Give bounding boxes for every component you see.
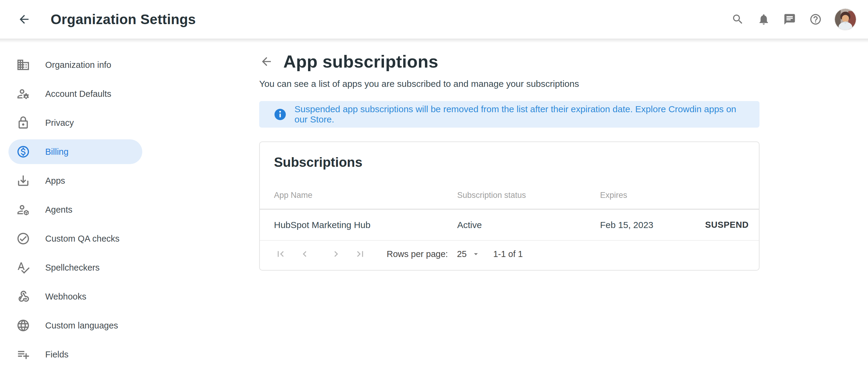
- chat-icon[interactable]: [782, 12, 797, 27]
- first-page-icon[interactable]: [274, 247, 287, 261]
- spellcheck-icon: [16, 261, 30, 275]
- app-bar: Organization Settings: [0, 0, 868, 38]
- settings-sidebar: Organization info Account Defaults Priva…: [0, 38, 148, 368]
- lock-icon: [16, 116, 30, 130]
- cell-expires: Feb 15, 2023: [600, 220, 653, 230]
- sidebar-item-organization-info[interactable]: Organization info: [8, 53, 142, 77]
- previous-page-icon[interactable]: [298, 247, 311, 261]
- person-cube-icon: [16, 203, 30, 217]
- dollar-circle-icon: [16, 145, 30, 159]
- sidebar-item-label: Agents: [45, 205, 72, 215]
- pagination: Rows per page: 25 1-1 of 1: [260, 241, 759, 267]
- card-title: Subscriptions: [274, 155, 759, 170]
- cell-app-name: HubSpot Marketing Hub: [274, 220, 457, 230]
- info-icon: [273, 108, 287, 121]
- sidebar-item-label: Spellcheckers: [45, 263, 100, 273]
- page-subtitle: You can see a list of apps you are subsc…: [259, 79, 760, 89]
- sidebar-item-label: Fields: [45, 349, 68, 360]
- download-icon: [16, 174, 30, 188]
- rows-per-page-select[interactable]: 25: [457, 249, 480, 259]
- sidebar-item-billing[interactable]: Billing: [8, 139, 142, 164]
- app-bar-title: Organization Settings: [51, 11, 196, 27]
- search-icon[interactable]: [731, 12, 745, 27]
- page-title: App subscriptions: [283, 51, 438, 72]
- list-add-icon: [16, 347, 30, 361]
- suspend-button[interactable]: SUSPEND: [705, 220, 749, 230]
- page-back-icon[interactable]: [259, 54, 274, 69]
- last-page-icon[interactable]: [353, 247, 367, 261]
- column-header-app-name: App Name: [274, 191, 457, 200]
- sidebar-item-label: Account Defaults: [45, 89, 111, 99]
- sidebar-item-account-defaults[interactable]: Account Defaults: [8, 81, 142, 106]
- sidebar-item-agents[interactable]: Agents: [8, 197, 142, 222]
- sidebar-item-label: Apps: [45, 176, 65, 186]
- sidebar-item-custom-languages[interactable]: Custom languages: [8, 313, 142, 338]
- main-content: App subscriptions You can see a list of …: [259, 38, 760, 271]
- check-circle-icon: [16, 232, 30, 246]
- sidebar-item-label: Billing: [45, 147, 68, 157]
- person-gear-icon: [16, 87, 30, 101]
- globe-icon: [16, 318, 30, 332]
- cell-subscription-status: Active: [457, 220, 600, 230]
- help-icon[interactable]: [808, 12, 823, 27]
- info-banner: Suspended app subscriptions will be remo…: [259, 101, 760, 128]
- sidebar-item-label: Custom QA checks: [45, 234, 120, 244]
- sidebar-item-fields[interactable]: Fields: [8, 342, 142, 367]
- sidebar-item-label: Privacy: [45, 118, 74, 128]
- notifications-icon[interactable]: [756, 12, 771, 27]
- column-header-subscription-status: Subscription status: [457, 191, 600, 200]
- table-header: App Name Subscription status Expires: [260, 182, 759, 210]
- sidebar-item-label: Custom languages: [45, 321, 118, 331]
- avatar[interactable]: [834, 8, 857, 30]
- webhook-icon: [16, 289, 30, 304]
- sidebar-item-webhooks[interactable]: Webhooks: [8, 284, 142, 309]
- subscriptions-card: Subscriptions App Name Subscription stat…: [259, 141, 760, 271]
- sidebar-item-label: Webhooks: [45, 292, 87, 302]
- sidebar-item-apps[interactable]: Apps: [8, 168, 142, 193]
- sidebar-item-label: Organization info: [45, 60, 111, 70]
- rows-per-page-label: Rows per page:: [387, 249, 448, 259]
- table-row: HubSpot Marketing Hub Active Feb 15, 202…: [260, 210, 759, 241]
- sidebar-item-spellcheckers[interactable]: Spellcheckers: [8, 255, 142, 280]
- next-page-icon[interactable]: [330, 247, 343, 261]
- back-arrow-icon[interactable]: [17, 12, 31, 27]
- column-header-expires: Expires: [600, 191, 749, 200]
- chevron-down-icon: [471, 250, 480, 258]
- building-icon: [16, 58, 30, 72]
- banner-text[interactable]: Suspended app subscriptions will be remo…: [294, 104, 750, 124]
- pagination-range: 1-1 of 1: [493, 249, 523, 259]
- sidebar-item-custom-qa-checks[interactable]: Custom QA checks: [8, 226, 142, 251]
- sidebar-item-privacy[interactable]: Privacy: [8, 110, 142, 135]
- rows-per-page-value: 25: [457, 249, 467, 259]
